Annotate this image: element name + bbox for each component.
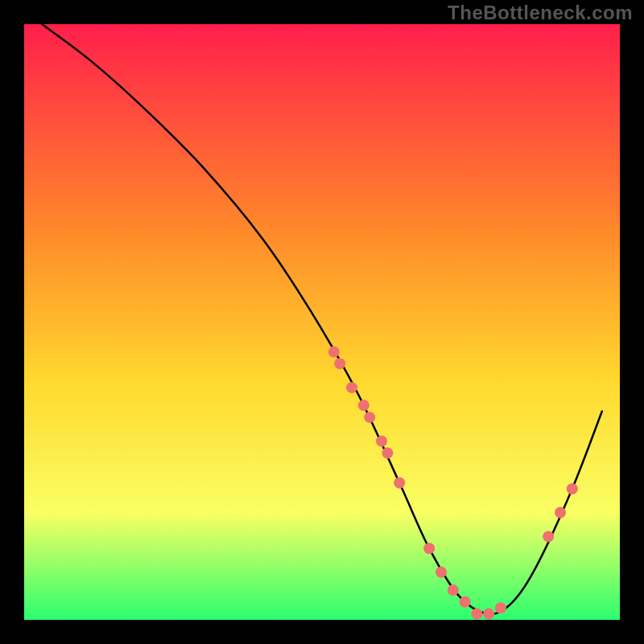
- curve-dot: [328, 346, 340, 357]
- curve-dot: [460, 597, 471, 608]
- chart-stage: TheBottleneck.com: [0, 0, 644, 644]
- curve-dot: [495, 602, 506, 613]
- watermark-text: TheBottleneck.com: [448, 2, 633, 24]
- curve-dot: [346, 382, 357, 393]
- curve-dot: [555, 507, 566, 518]
- curve-dot: [471, 609, 482, 620]
- curve-dot: [436, 567, 447, 578]
- plot-background: [24, 24, 620, 620]
- curve-dot: [364, 411, 375, 423]
- curve-dot: [567, 483, 578, 494]
- curve-dot: [376, 436, 387, 447]
- curve-dot: [423, 543, 435, 554]
- curve-dot: [358, 400, 369, 411]
- curve-dot: [448, 584, 459, 596]
- curve-dot: [483, 609, 494, 620]
- curve-dot: [382, 448, 393, 459]
- chart-svg: [0, 0, 644, 644]
- curve-dot: [543, 530, 554, 542]
- curve-dot: [334, 358, 345, 369]
- curve-dot: [394, 477, 405, 489]
